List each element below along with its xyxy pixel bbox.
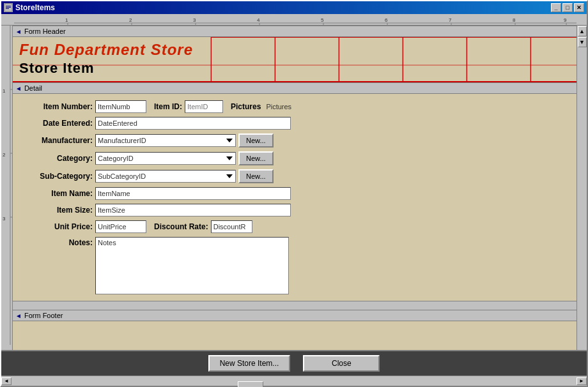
row-unit-price: Unit Price: Discount Rate: (22, 220, 567, 233)
form-footer-arrow: ◄ (15, 312, 22, 319)
svg-text:9: 9 (564, 17, 567, 23)
window-icon (4, 3, 13, 12)
category-label: Category: (22, 154, 93, 163)
svg-text:3: 3 (3, 216, 6, 222)
h-ruler: 1 2 3 4 5 6 7 8 9 (1, 14, 587, 26)
main-area: 1 2 3 ◄ Form Header (1, 26, 587, 350)
discount-rate-label: Discount Rate: (154, 222, 208, 231)
pictures-value: Pictures (266, 103, 291, 110)
scrollbar-up-btn[interactable]: ▲ (578, 26, 587, 36)
date-entered-input[interactable] (95, 117, 291, 130)
main-window: StoreItems _ □ ✕ 1 2 3 4 5 6 7 8 (0, 0, 588, 387)
minimize-button[interactable]: _ (551, 3, 561, 12)
item-size-label: Item Size: (22, 206, 93, 215)
title-bar: StoreItems _ □ ✕ (1, 1, 587, 14)
new-store-item-button[interactable]: New Store Item... (208, 355, 291, 372)
row-manufacturer: Manufacturer: ManufacturerID New... (22, 133, 567, 148)
h-scrollbar-thumb[interactable] (238, 381, 263, 388)
close-button[interactable]: ✕ (574, 3, 584, 12)
svg-text:2: 2 (129, 17, 132, 23)
scroll-left-btn[interactable]: ◄ (1, 377, 12, 385)
svg-text:4: 4 (257, 17, 260, 23)
manufacturer-new-button[interactable]: New... (238, 133, 274, 148)
svg-text:7: 7 (449, 17, 452, 23)
category-new-button[interactable]: New... (238, 151, 274, 165)
form-grid: Item Number: Item ID: Pictures Pictures … (22, 100, 567, 294)
form-footer-label: Form Footer (24, 312, 63, 319)
subcategory-label: Sub-Category: (22, 172, 93, 181)
form-area: ◄ Form Header (13, 26, 576, 350)
form-title: Store Item (19, 59, 570, 78)
h-scrollbar[interactable]: ◄ ► (1, 376, 587, 386)
notes-label: Notes: (22, 238, 93, 247)
svg-text:6: 6 (385, 17, 388, 23)
manufacturer-select[interactable]: ManufacturerID (95, 134, 236, 147)
item-id-input[interactable] (185, 100, 223, 113)
store-name: Fun Department Store (19, 41, 570, 59)
detail-content: Item Number: Item ID: Pictures Pictures … (13, 94, 576, 301)
row-item-number: Item Number: Item ID: Pictures Pictures (22, 100, 567, 113)
title-bar-left: StoreItems (4, 3, 55, 12)
row-category: Category: CategoryID New... (22, 151, 567, 165)
item-number-label: Item Number: (22, 102, 93, 111)
item-id-label: Item ID: (154, 102, 182, 111)
svg-rect-3 (6, 8, 9, 9)
item-size-input[interactable] (95, 204, 291, 216)
svg-rect-1 (6, 6, 11, 6)
title-controls: _ □ ✕ (551, 3, 584, 12)
subcategory-new-button[interactable]: New... (238, 169, 274, 183)
form-header-arrow: ◄ (15, 28, 22, 35)
svg-text:1: 1 (3, 88, 6, 94)
v-ruler: 1 2 3 (1, 26, 13, 350)
detail-section: ◄ Detail (13, 82, 576, 94)
window-title: StoreItems (15, 3, 55, 12)
subcategory-select[interactable]: SubCategoryID (95, 170, 236, 183)
scrollbar-down-btn[interactable]: ▼ (578, 37, 587, 47)
manufacturer-label: Manufacturer: (22, 136, 93, 145)
form-footer-section: ◄ Form Footer (13, 310, 576, 321)
row-item-name: Item Name: (22, 187, 567, 200)
detail-bottom-spacer (13, 301, 576, 310)
row-notes: Notes: Notes (22, 237, 567, 294)
action-bar: New Store Item... Close (1, 350, 587, 376)
close-button[interactable]: Close (303, 355, 380, 372)
form-header-content: Fun Department Store Store Item (13, 37, 576, 82)
scroll-right-btn[interactable]: ► (576, 377, 587, 385)
svg-text:2: 2 (3, 152, 6, 158)
svg-text:5: 5 (321, 17, 324, 23)
unit-price-input[interactable] (95, 220, 146, 233)
item-name-label: Item Name: (22, 189, 93, 198)
discount-rate-input[interactable] (211, 220, 252, 233)
svg-text:1: 1 (65, 17, 68, 23)
detail-label: Detail (24, 84, 42, 92)
v-scrollbar[interactable]: ▲ ▼ (576, 26, 587, 350)
form-header-section: ◄ Form Header (13, 26, 576, 37)
notes-textarea[interactable]: Notes (95, 237, 289, 294)
detail-arrow: ◄ (15, 85, 22, 92)
item-number-input[interactable] (95, 100, 146, 113)
row-subcategory: Sub-Category: SubCategoryID New... (22, 169, 567, 183)
unit-price-label: Unit Price: (22, 222, 93, 231)
svg-rect-2 (6, 7, 11, 8)
svg-text:8: 8 (513, 17, 516, 23)
row-date-entered: Date Entered: (22, 117, 567, 130)
item-name-input[interactable] (95, 187, 291, 200)
form-header-label: Form Header (24, 27, 66, 35)
category-select[interactable]: CategoryID (95, 152, 236, 165)
row-item-size: Item Size: (22, 204, 567, 216)
maximize-button[interactable]: □ (562, 3, 573, 12)
date-entered-label: Date Entered: (22, 119, 93, 128)
svg-text:3: 3 (193, 17, 196, 23)
pictures-field-label: Pictures (231, 102, 261, 111)
